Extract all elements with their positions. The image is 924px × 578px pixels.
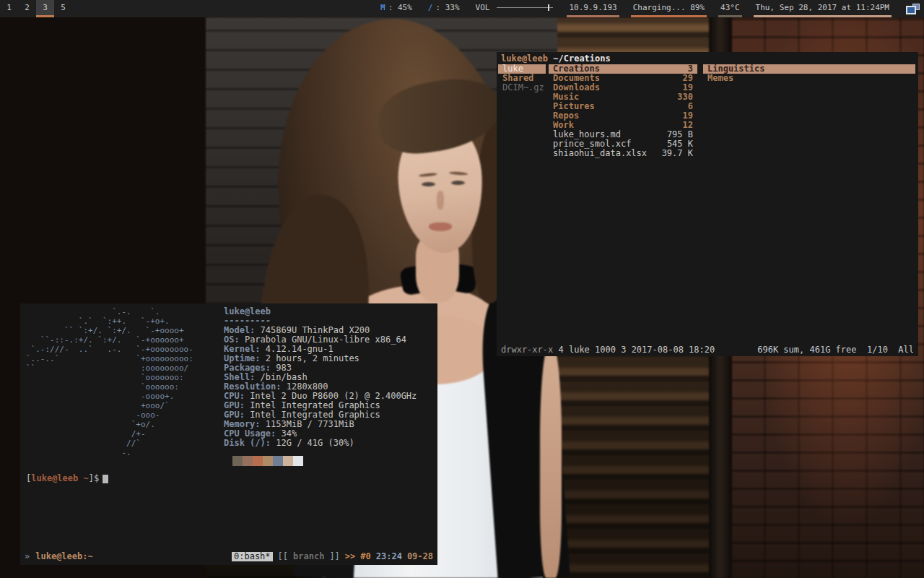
file-row[interactable]: shiaohui_data.xlsx39.7 K bbox=[549, 149, 697, 158]
palette-swatch bbox=[232, 456, 243, 466]
dual-monitor-icon[interactable] bbox=[906, 4, 920, 14]
tmux-right: 0:bash* [[ branch ]] >> #0 23:24 09-28 bbox=[232, 552, 433, 561]
tmux-time: 23:24 bbox=[376, 552, 402, 561]
temperature-module: 43°C bbox=[718, 0, 742, 17]
palette-swatch bbox=[273, 456, 283, 466]
chevrons-icon: >> bbox=[345, 552, 355, 561]
palette-swatch bbox=[293, 456, 303, 466]
memory-module: M: 45% bbox=[378, 0, 414, 17]
terminal-window: `.-. `. `.` `:++. `-+o+. `` `:+/. `:+/. … bbox=[20, 303, 437, 565]
workspace-2[interactable]: 2 bbox=[18, 0, 36, 17]
ranger-status-right: 696K sum, 461G free 1/10 All bbox=[757, 345, 914, 355]
palette-swatch bbox=[243, 456, 253, 466]
ranger-parent-column: luke Shared DCIM~.gz bbox=[498, 64, 546, 92]
battery-status: Charging... 89% bbox=[633, 3, 705, 12]
neofetch-output: `.-. `. `.` `:++. `-+o+. `` `:+/. `:+/. … bbox=[26, 307, 193, 457]
ranger-title: luke@leeb ~/Creations bbox=[501, 54, 611, 64]
ranger-main-column: Creations3 Documents29 Downloads19 Music… bbox=[549, 64, 697, 158]
tmux-status-bar: » luke@leeb:~ 0:bash* [[ branch ]] >> #0… bbox=[20, 551, 437, 562]
volume-slider[interactable] bbox=[497, 7, 553, 8]
tmux-window-tab[interactable]: 0:bash* bbox=[232, 552, 273, 561]
tmux-date: 09-28 bbox=[407, 552, 433, 561]
neofetch-field: Disk (/): 12G / 41G (30%) bbox=[224, 439, 417, 448]
status-bar: 1 2 3 5 M: 45% /: 33% VOL 10.9.9.193 Cha… bbox=[0, 0, 924, 17]
ip-address: 10.9.9.193 bbox=[569, 3, 616, 12]
volume-module: VOL bbox=[474, 0, 556, 17]
shell-prompt[interactable]: [luke@leeb ~]$ bbox=[26, 474, 108, 483]
woman-eye bbox=[451, 181, 465, 185]
desktop: 1 2 3 5 M: 45% /: 33% VOL 10.9.9.193 Cha… bbox=[0, 0, 924, 578]
status-modules: M: 45% /: 33% VOL 10.9.9.193 Charging...… bbox=[378, 0, 923, 17]
system-tray bbox=[903, 0, 923, 17]
clock-module: Thu, Sep 28, 2017 at 11:24PM bbox=[754, 0, 892, 17]
prompt-path: ~ bbox=[78, 473, 88, 483]
memory-icon: M bbox=[380, 3, 385, 12]
text-cursor bbox=[103, 475, 108, 483]
ranger-status-bar: drwxr-xr-x 4 luke 1000 3 2017-08-08 18:2… bbox=[497, 345, 918, 355]
datetime-text: Thu, Sep 28, 2017 at 11:24PM bbox=[756, 3, 889, 12]
git-bracket-close: ]] bbox=[329, 552, 339, 561]
tmux-arrow-icon: » bbox=[25, 552, 30, 561]
parabola-ascii-logo: `.-. `. `.` `:++. `-+o+. `` `:+/. `:+/. … bbox=[26, 307, 193, 457]
woman-nose bbox=[437, 191, 444, 210]
file-details: 4 luke 1000 3 2017-08-08 18:20 bbox=[558, 345, 715, 355]
tmux-pane: #0 bbox=[360, 552, 370, 561]
disk-icon: / bbox=[428, 3, 433, 12]
memory-value: : 45% bbox=[388, 3, 412, 12]
disk-module: /: 33% bbox=[426, 0, 462, 17]
ranger-title-path: ~/Creations bbox=[553, 53, 610, 64]
parent-item-dcim[interactable]: DCIM~.gz bbox=[498, 83, 546, 92]
prompt-user: luke@leeb bbox=[31, 473, 78, 483]
volume-label: VOL bbox=[476, 3, 490, 12]
palette-swatch bbox=[253, 456, 263, 466]
woman-eye bbox=[422, 182, 435, 186]
tmux-session: luke@leeb:~ bbox=[35, 552, 92, 561]
tmux-left: » luke@leeb:~ bbox=[25, 552, 93, 561]
palette-swatch bbox=[263, 456, 273, 466]
git-branch: branch bbox=[293, 552, 324, 561]
neofetch-info: luke@leeb --------- Model: 745869U Think… bbox=[224, 307, 417, 448]
woman-arm bbox=[540, 347, 562, 578]
ranger-title-user: luke@leeb bbox=[501, 53, 548, 64]
terminal-color-palette bbox=[232, 456, 303, 466]
workspace-5[interactable]: 5 bbox=[54, 0, 72, 17]
workspace-3[interactable]: 3 bbox=[36, 0, 54, 17]
temperature-value: 43°C bbox=[720, 3, 740, 12]
preview-item-linguistics[interactable]: Linguistics bbox=[703, 64, 915, 74]
woman-lips bbox=[429, 223, 452, 231]
workspace-1[interactable]: 1 bbox=[0, 0, 18, 17]
ranger-preview-column: Linguistics Memes bbox=[703, 64, 915, 83]
ranger-window: luke@leeb ~/Creations luke Shared DCIM~.… bbox=[497, 52, 918, 356]
disk-value: : 33% bbox=[435, 3, 459, 12]
battery-module: Charging... 89% bbox=[631, 0, 707, 17]
git-bracket-open: [[ bbox=[278, 552, 288, 561]
ip-module: 10.9.9.193 bbox=[567, 0, 619, 17]
preview-item-memes[interactable]: Memes bbox=[703, 74, 915, 83]
permissions: drwxr-xr-x bbox=[501, 345, 553, 355]
palette-swatch bbox=[283, 456, 293, 466]
ranger-status-left: drwxr-xr-x 4 luke 1000 3 2017-08-08 18:2… bbox=[501, 345, 715, 355]
volume-slider-thumb[interactable] bbox=[548, 4, 549, 11]
